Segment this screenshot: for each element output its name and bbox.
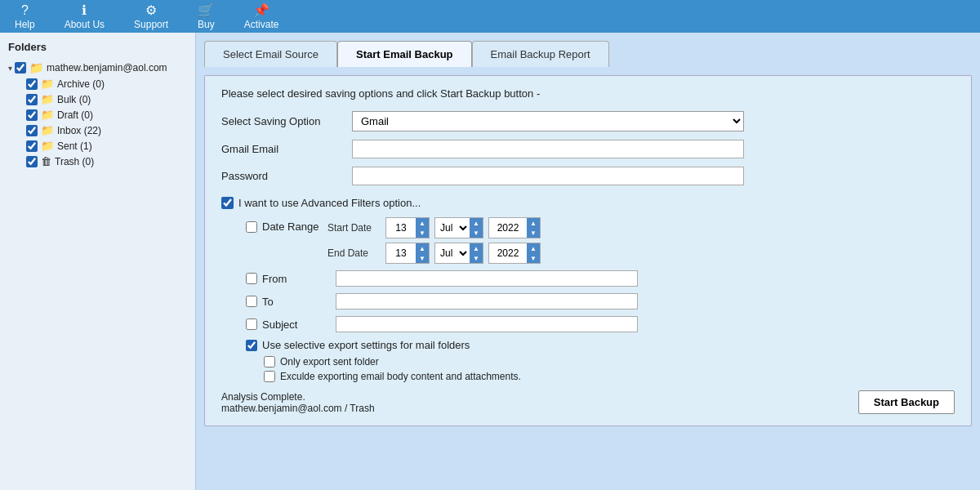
tab-start-backup[interactable]: Start Email Backup [337,41,472,67]
folder-sent[interactable]: 📁 Sent (1) [23,138,190,154]
toolbar-support[interactable]: ⚙ Support [127,1,175,32]
advanced-checkbox[interactable] [221,197,234,209]
start-day-spinbtns: ▲ ▼ [416,218,429,238]
trash-folder-icon: 🗑 [41,155,51,167]
tab-start-backup-label: Start Email Backup [356,48,453,60]
chevron-down-icon: ▾ [8,64,12,73]
main-layout: Folders ▾ 📁 mathew.benjamin@aol.com 📁 Ar… [0,33,980,490]
sidebar-title: Folders [0,38,195,58]
tab-backup-report-label: Email Backup Report [491,48,590,60]
end-year-input[interactable] [489,246,527,261]
folder-draft[interactable]: 📁 Draft (0) [23,107,190,122]
toolbar-activate-label: Activate [244,19,279,30]
inbox-folder-icon: 📁 [41,124,54,136]
end-day-up[interactable]: ▲ [416,243,429,253]
password-row: Password [221,167,955,185]
tree-root-node[interactable]: ▾ 📁 mathew.benjamin@aol.com [5,60,190,76]
inbox-label: Inbox (22) [57,125,101,136]
toolbar-about[interactable]: ℹ About Us [58,1,111,32]
end-month-up[interactable]: ▲ [470,243,483,253]
help-icon: ? [21,3,29,18]
start-date-row: Start Date ▲ ▼ JanFebMarApr [327,217,541,238]
folder-archive[interactable]: 📁 Archive (0) [23,76,190,91]
end-date-row: End Date ▲ ▼ JanFebMarApr [327,243,541,264]
tab-select-source[interactable]: Select Email Source [204,41,337,67]
start-day-input[interactable] [386,220,416,235]
status-text: Analysis Complete. [221,391,375,403]
subject-checkbox[interactable] [246,318,257,330]
end-year-up[interactable]: ▲ [527,243,540,253]
start-month-down[interactable]: ▼ [470,228,483,238]
root-checkbox[interactable] [15,62,26,74]
start-year-input[interactable] [489,220,527,235]
end-day-spinbtns: ▲ ▼ [416,243,429,263]
start-year-up[interactable]: ▲ [527,218,540,228]
subject-input[interactable] [336,316,638,332]
start-month-up[interactable]: ▲ [470,218,483,228]
toolbar: ? Help ℹ About Us ⚙ Support 🛒 Buy 📌 Acti… [0,0,980,33]
date-range-row: Date Range Start Date ▲ ▼ [221,217,955,264]
to-filter-row: To [221,293,955,310]
start-day-up[interactable]: ▲ [416,218,429,228]
info-icon: ℹ [82,2,87,18]
status-area: Analysis Complete. mathew.benjamin@aol.c… [221,391,375,414]
toolbar-buy[interactable]: 🛒 Buy [191,1,221,32]
toolbar-about-label: About Us [65,19,105,30]
draft-checkbox[interactable] [26,109,38,121]
saving-option-select[interactable]: Gmail Yahoo Outlook AOL Hotmail [352,111,744,131]
start-month-spinner: JanFebMarApr MayJunJulAug SepOctNovDec ▲… [434,217,483,238]
gmail-email-control [352,140,744,158]
archive-folder-icon: 📁 [41,78,54,90]
password-input[interactable] [352,167,744,185]
selective-section: Use selective export settings for mail f… [221,339,955,382]
end-day-down[interactable]: ▼ [416,253,429,263]
to-label: To [262,296,336,308]
folder-inbox[interactable]: 📁 Inbox (22) [23,122,190,138]
sent-label: Sent (1) [57,140,92,152]
folder-trash[interactable]: 🗑 Trash (0) [23,154,190,169]
trash-checkbox[interactable] [26,156,38,167]
only-sent-checkbox[interactable] [264,356,275,368]
bulk-folder-icon: 📁 [41,93,54,105]
start-backup-button[interactable]: Start Backup [858,390,955,414]
subject-label: Subject [262,318,336,331]
folder-tree: ▾ 📁 mathew.benjamin@aol.com 📁 Archive (0… [0,58,195,171]
archive-checkbox[interactable] [26,78,38,90]
main-panel: Please select desired saving options and… [204,75,972,426]
end-day-input[interactable] [386,246,416,261]
toolbar-support-label: Support [134,19,168,30]
from-input[interactable] [336,270,638,287]
selective-toggle: Use selective export settings for mail f… [246,339,955,351]
exclude-body-checkbox[interactable] [264,371,275,382]
date-range-label: Date Range [262,220,318,233]
end-month-select[interactable]: JanFebMarApr MayJunJulAug SepOctNovDec [435,245,470,261]
folder-bulk[interactable]: 📁 Bulk (0) [23,91,190,107]
selective-export-checkbox[interactable] [246,340,257,351]
end-month-spinbtns: ▲ ▼ [470,243,483,263]
sent-checkbox[interactable] [26,140,38,152]
inbox-checkbox[interactable] [26,125,38,136]
password-control [352,167,744,185]
toolbar-activate[interactable]: 📌 Activate [238,1,286,32]
exclude-body-label: Exculde exporting email body content and… [280,371,521,382]
to-checkbox[interactable] [246,296,257,307]
gmail-email-input[interactable] [352,140,744,158]
from-checkbox[interactable] [246,273,257,284]
subject-filter-row: Subject [221,316,955,332]
start-month-select[interactable]: JanFebMarApr MayJunJulAug SepOctNovDec [435,220,470,236]
date-range-checkbox[interactable] [246,221,257,233]
start-year-spinner: ▲ ▼ [488,217,541,238]
start-year-down[interactable]: ▼ [527,228,540,238]
end-month-spinner: JanFebMarApr MayJunJulAug SepOctNovDec ▲… [434,243,483,264]
only-sent-option: Only export sent folder [246,356,955,368]
toolbar-help[interactable]: ? Help [8,2,42,32]
end-year-down[interactable]: ▼ [527,253,540,263]
buy-icon: 🛒 [198,2,214,18]
advanced-section: I want to use Advanced Filters option...… [221,197,955,382]
tab-backup-report[interactable]: Email Backup Report [472,41,609,67]
only-sent-label: Only export sent folder [280,356,379,368]
to-input[interactable] [336,293,638,310]
bulk-checkbox[interactable] [26,94,38,105]
start-day-down[interactable]: ▼ [416,228,429,238]
end-month-down[interactable]: ▼ [470,253,483,263]
